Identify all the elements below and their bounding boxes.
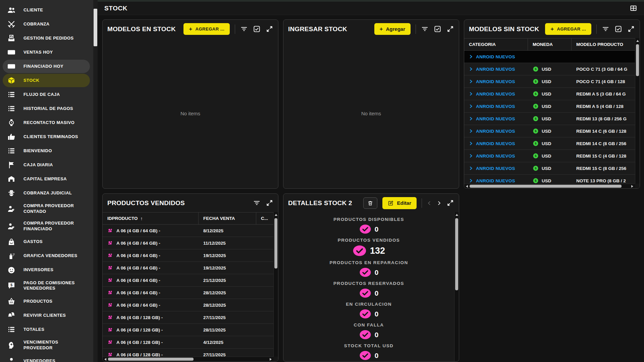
row-expand-chevron-icon[interactable] [469,92,473,96]
vertical-scrollbar[interactable] [635,38,640,188]
scrollbar-thumb[interactable] [455,218,458,290]
sidebar-item[interactable]: GESTION DE PEDIDOS [3,32,90,45]
expand-icon[interactable] [266,25,273,33]
vertical-scrollbar[interactable] [454,212,459,361]
sidebar-item[interactable]: CAJA DIARIA [3,158,90,172]
table-row[interactable]: A 06 (4 GB / 128 GB) - 28/11/2025 [103,324,273,336]
checkbox-icon[interactable] [253,25,261,33]
sidebar-item[interactable]: CLIENTE [3,3,90,17]
expand-icon[interactable] [266,199,273,207]
table-row[interactable]: ANROID NUEVOS $ USD REDMI A 5 (3 GB / [464,88,635,100]
sidebar-item[interactable]: HISTORIAL DE PAGOS [3,102,90,115]
category-link[interactable]: ANROID NUEVOS [476,116,515,121]
table-row[interactable]: A 06 (4 GB / 64 GB) - 21/12/2025 [103,274,273,287]
table-row[interactable]: A 06 (4 GB / 64 GB) - 11/12/2025 [103,237,273,249]
category-link[interactable]: ANROID NUEVOS [476,67,515,72]
sidebar-item[interactable]: FLUJO DE CAJA [3,88,90,101]
sidebar-scrollbar-thumb[interactable] [94,9,97,46]
agregar-button[interactable]: + Agregar [374,23,411,35]
column-header-idproducto[interactable]: IDPRODUCTO ↑ [103,213,199,224]
sidebar-item[interactable]: COMPRA PROVEEDOR FINANCIADO [3,218,90,235]
expand-icon[interactable] [446,25,454,33]
chevron-left-icon[interactable] [427,201,432,205]
scrollbar-thumb[interactable] [274,218,277,268]
category-link[interactable]: ANROID NUEVOS [476,154,515,159]
checkbox-icon[interactable] [614,25,622,33]
sidebar-item[interactable]: COMPRA PROVEEDOR CONTADO [3,200,90,217]
scroll-up-arrow[interactable] [636,40,639,42]
sidebar-item[interactable]: PRODUCTOS [3,295,90,308]
category-link[interactable]: ANROID NUEVOS [476,141,515,146]
table-row[interactable]: ANROID NUEVOS $ USD REDMI A 5 (4 GB / [464,100,635,113]
sidebar-item[interactable]: REVIVIR CLIENTES [3,309,90,322]
table-row[interactable]: A 06 (4 GB / 64 GB) - 19/12/2025 [103,249,273,262]
scroll-right-arrow[interactable] [631,185,633,188]
row-expand-chevron-icon[interactable] [469,55,473,59]
sidebar-item[interactable]: FINANCIADO HOY [3,60,90,73]
table-row[interactable]: A 06 (4 GB / 128 GB) - 4/12/2025 [103,336,273,349]
expand-icon[interactable] [446,199,454,207]
sidebar-item[interactable]: STOCK [3,74,90,87]
checkbox-icon[interactable] [434,25,441,33]
column-header-fecha-venta[interactable]: FECHA VENTA [199,213,256,224]
table-row[interactable]: ANROID NUEVOS $ USD REDMI 14 C (8 GB / [464,137,635,150]
category-link[interactable]: ANROID NUEVOS [476,178,515,183]
category-link[interactable]: ANROID NUEVOS [476,54,515,59]
scroll-up-arrow[interactable] [455,214,458,216]
agregar-button[interactable]: + AGREGAR ... [183,23,230,35]
row-expand-chevron-icon[interactable] [469,67,473,71]
sidebar-item[interactable]: TOTALES [3,323,90,336]
filter-icon[interactable] [602,25,609,33]
table-row[interactable]: A 06 (4 GB / 64 GB) - 28/12/2025 [103,299,273,311]
sidebar-item[interactable]: VENDEDORES [3,354,90,362]
scroll-left-arrow[interactable] [104,358,106,361]
editar-button[interactable]: Editar [382,197,417,209]
table-row[interactable]: ANROID NUEVOS $ [464,51,635,63]
sidebar-item[interactable]: COBRANZA JUDICIAL [3,186,90,200]
column-header-modelo-producto[interactable]: MODELO PRODUCTO [572,39,635,50]
delete-button[interactable] [363,197,377,209]
sidebar-item[interactable]: COBRANZA [3,17,90,31]
sort-asc-icon[interactable]: ↑ [141,216,143,221]
sidebar-item[interactable]: CAPITAL EMPRESA [3,172,90,186]
table-row[interactable]: ANROID NUEVOS $ USD POCO C 71 (4 GB / [464,75,635,88]
sidebar-scrollbar[interactable] [93,0,98,362]
scrollbar-thumb[interactable] [636,44,639,76]
scroll-up-arrow[interactable] [275,214,277,216]
row-expand-chevron-icon[interactable] [469,129,473,133]
horizontal-scrollbar[interactable] [103,357,273,361]
table-row[interactable]: ANROID NUEVOS $ USD REDMI 13 (8 GB / 2 [464,113,635,125]
row-expand-chevron-icon[interactable] [469,166,473,170]
sidebar-item[interactable]: VENCIMIENTOS PROVEEDOR [3,337,90,354]
row-expand-chevron-icon[interactable] [469,117,473,121]
scroll-right-arrow[interactable] [270,358,272,361]
horizontal-scrollbar[interactable] [464,184,635,188]
row-expand-chevron-icon[interactable] [469,154,473,158]
table-row[interactable]: ANROID NUEVOS $ USD REDMI 15 C (8 GB / [464,162,635,175]
row-expand-chevron-icon[interactable] [469,104,473,108]
filter-icon[interactable] [253,199,261,207]
row-expand-chevron-icon[interactable] [469,79,473,83]
category-link[interactable]: ANROID NUEVOS [476,166,515,171]
filter-icon[interactable] [240,25,248,33]
row-expand-chevron-icon[interactable] [469,141,473,145]
column-header-c[interactable]: C... [256,213,273,224]
row-expand-chevron-icon[interactable] [469,179,473,183]
sidebar-item[interactable]: CLIENTES TERMINADOS [3,130,90,143]
sidebar-item[interactable]: $ PAGO DE COMISIONES VENDEDORES [3,278,90,294]
category-link[interactable]: ANROID NUEVOS [476,79,515,84]
scrollbar-thumb[interactable] [470,185,622,188]
scrollbar-thumb[interactable] [108,358,194,361]
column-header-moneda[interactable]: MONEDA [528,39,572,50]
category-link[interactable]: ANROID NUEVOS [476,104,515,109]
expand-icon[interactable] [627,25,635,33]
category-link[interactable]: ANROID NUEVOS [476,92,515,97]
layout-grid-icon[interactable] [630,4,637,12]
table-row[interactable]: A 06 (4 GB / 64 GB) - 19/12/2025 [103,262,273,274]
table-row[interactable]: A 06 (4 GB / 64 GB) - 8/12/2025 [103,225,273,237]
chevron-right-icon[interactable] [437,201,441,205]
sidebar-item[interactable]: BIENVENIDO [3,144,90,158]
table-row[interactable]: A 06 (4 GB / 64 GB) - 28/12/2025 [103,287,273,299]
agregar-button[interactable]: + AGREGAR ... [545,23,591,35]
column-header-categoria[interactable]: CATEGORIA [464,39,528,50]
